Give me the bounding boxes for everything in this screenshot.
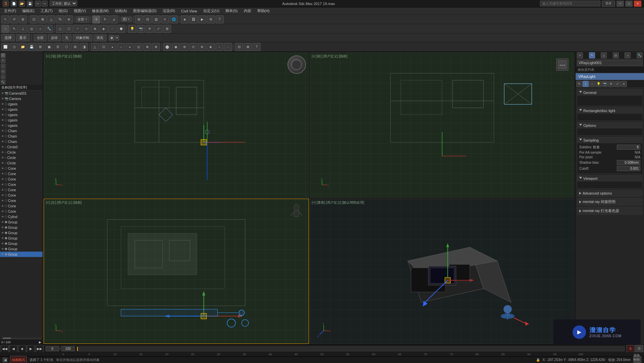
scene-item-24[interactable]: 👁⬢Group — [0, 219, 43, 225]
maximize-btn[interactable]: □ — [625, 1, 633, 7]
scene-item-20[interactable]: 👁⬡Cone — [0, 198, 43, 203]
login-btn[interactable]: 登录 — [602, 1, 615, 7]
scene-explorer[interactable]: 🌐 — [170, 15, 178, 23]
lights-create[interactable]: 💡 — [128, 25, 136, 33]
scene-item-16[interactable]: 👁⬡Cone — [0, 176, 43, 182]
redo-btn[interactable]: ↪ — [42, 1, 48, 7]
mod-icon-3[interactable]: ~ — [589, 81, 595, 87]
scene-item-25[interactable]: 👁⬢Group — [0, 225, 43, 230]
icon14[interactable]: ⬦ — [117, 43, 125, 51]
select-tool[interactable]: ↖ — [1, 15, 9, 23]
icon27[interactable]: ⊟ — [235, 43, 243, 51]
scene-item-27[interactable]: 👁⬢Group — [0, 236, 43, 241]
nurbs-curves[interactable]: ∿ — [82, 25, 90, 33]
icon10[interactable]: ◨ — [80, 43, 88, 51]
display-tab[interactable]: 显示 — [16, 34, 30, 41]
mod-icon-5[interactable]: 📷 — [602, 81, 608, 87]
icon21[interactable]: ⊛ — [180, 43, 189, 51]
current-frame-input[interactable] — [46, 346, 59, 351]
menu-group[interactable]: 组(G) — [56, 8, 70, 14]
vraylight-modifier[interactable]: VRayLight — [576, 73, 644, 80]
systems-create[interactable]: ⊞ — [163, 25, 171, 33]
scene-item-13[interactable]: 👁○Circle — [0, 160, 43, 166]
icon26[interactable]: ⬪ — [224, 43, 232, 51]
scene-item-8[interactable]: 👁⬡Cham — [0, 134, 43, 139]
render-frame[interactable]: 🖼 — [190, 15, 198, 23]
scene-filter[interactable]: 对象控制 — [73, 35, 92, 41]
mod-icon-7[interactable]: ⤢ — [614, 81, 621, 87]
menu-content[interactable]: 内容 — [241, 8, 254, 14]
mirror-tool[interactable]: ⊞ — [135, 15, 143, 23]
scene-item-22[interactable]: 👁⬡Cone — [0, 209, 43, 214]
scene-item-21[interactable]: 👁⬡Cone — [0, 203, 43, 209]
material-editor[interactable]: ◈ — [181, 15, 189, 23]
scene-item-18[interactable]: 👁⬡Cone — [0, 187, 43, 193]
icon5[interactable]: ⊞ — [36, 43, 44, 51]
scene-scrollbar-h[interactable] — [0, 336, 43, 339]
display-panel[interactable]: ☼ — [36, 25, 44, 33]
search-input[interactable] — [540, 1, 600, 6]
nav-utility[interactable]: 🔧 — [1, 80, 5, 85]
create-panel[interactable]: ○ — [1, 25, 9, 33]
quick-render[interactable]: ▶ — [198, 15, 206, 23]
shadow-bias-input[interactable] — [617, 160, 640, 165]
motion-panel[interactable]: ◎ — [28, 25, 36, 33]
icon23[interactable]: ⊚ — [198, 43, 206, 51]
cameras-create[interactable]: 📷 — [137, 25, 145, 33]
rp-hierarchy-btn[interactable]: ⊥ — [601, 52, 607, 58]
scene-item-5[interactable]: 👁⬡cgaxis — [0, 117, 43, 123]
icon20[interactable]: ◉ — [172, 43, 180, 51]
viewport-top[interactable]: [+] [顶] [用户定义] [线框] — [44, 52, 309, 198]
object-name-input[interactable] — [577, 60, 643, 66]
extended-shapes[interactable]: ⊕ — [91, 25, 99, 33]
menu-edit[interactable]: 编辑(E) — [19, 8, 37, 14]
viewport-header[interactable]: Viewport — [577, 175, 642, 182]
icon7[interactable]: ☰ — [54, 43, 62, 51]
scene-object-list[interactable]: 👁📷Camera001👁📷Camera👁⬡cgaxis👁⬡cgaxis👁⬡cga… — [0, 91, 43, 336]
icon4[interactable]: 💾 — [28, 43, 36, 51]
save-btn[interactable]: 💾 — [27, 1, 33, 7]
extended-primitives[interactable]: ⬡ — [65, 25, 73, 33]
time-config-btn[interactable]: ⏱ — [635, 345, 643, 353]
fill-dropdown[interactable]: ▼ — [115, 35, 119, 41]
menu-script[interactable]: 脚本(S) — [223, 8, 240, 14]
rp-display-btn[interactable]: ☼ — [625, 52, 631, 58]
scene-item-1[interactable]: 👁📷Camera — [0, 96, 43, 101]
icon16[interactable]: ◎ — [135, 43, 143, 51]
patch-grids[interactable]: ⬢ — [117, 25, 125, 33]
menu-graph-editor[interactable]: 图形编辑器(D) — [130, 8, 159, 14]
menu-tools[interactable]: 工具(T) — [38, 8, 55, 14]
fill-color[interactable]: ■ — [109, 35, 114, 41]
splines[interactable]: ~ — [73, 25, 82, 33]
mode-3d-dropdown[interactable]: 3D ▼ — [121, 17, 132, 22]
mod-icon-8[interactable]: ≡ — [621, 81, 627, 87]
nav-display[interactable]: ☼ — [1, 74, 5, 79]
select-scale[interactable]: ⊿ — [110, 15, 118, 23]
icon13[interactable]: ⬥ — [108, 43, 116, 51]
menu-render[interactable]: 渲染(R) — [160, 8, 178, 14]
icon12[interactable]: ⊡ — [100, 43, 108, 51]
rp-modify-btn[interactable]: ✎ — [589, 52, 595, 58]
prev-frame-btn[interactable]: ◀ — [9, 345, 17, 353]
new-btn[interactable]: 📄 — [11, 1, 17, 7]
icon8[interactable]: ⬡ — [62, 43, 70, 51]
select-all-dropdown[interactable]: 全部 ▼ — [76, 16, 89, 22]
modify-panel[interactable]: ✎ — [10, 25, 18, 33]
rectangle-header[interactable]: Rectangle/disc light — [577, 108, 642, 114]
close-btn[interactable]: ✕ — [634, 1, 641, 7]
compound[interactable]: ◈ — [100, 25, 108, 33]
menu-file[interactable]: 文件(F) — [1, 8, 19, 14]
manage-layers[interactable]: ≡ — [161, 15, 169, 23]
scene-item-29[interactable]: 👁⬢Group — [0, 246, 43, 252]
utility-panel[interactable]: 🔧 — [45, 25, 53, 33]
subdivs-input[interactable] — [617, 145, 640, 150]
particles[interactable]: ∴ — [108, 25, 116, 33]
open-btn[interactable]: 📂 — [19, 1, 25, 7]
icon1[interactable]: ⬜ — [1, 43, 9, 51]
angle-snap[interactable]: △ — [47, 15, 55, 23]
icon2[interactable]: ◷ — [10, 43, 18, 51]
menu-civil-view[interactable]: Civil View — [178, 8, 200, 14]
viewport-left[interactable]: [+] [左] [用户定义] [线框] — [44, 199, 309, 344]
scene-item-30[interactable]: 👁⬢Group — [0, 252, 43, 257]
menu-customize[interactable]: 自定义(U) — [201, 8, 222, 14]
